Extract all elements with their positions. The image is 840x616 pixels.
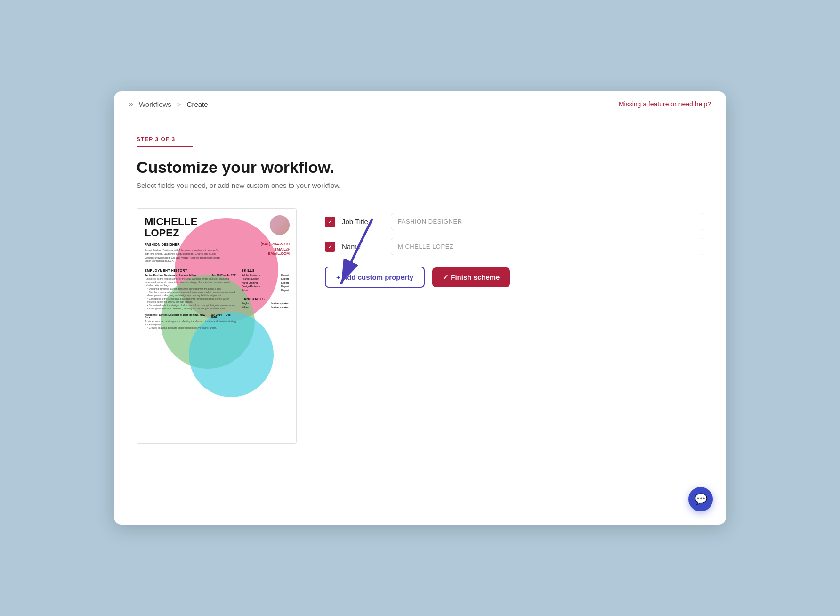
fields-panel: ✓ Job Title FASHION DESIGNER ✓ Name MICH… (325, 208, 703, 288)
resume-bio: Expert Fashion Designer with 11+ years' … (145, 249, 220, 263)
resume-preview: MICHELLE LOPEZ FASHION DESIGNER Expert F… (137, 208, 297, 444)
resume-job-1: Senior Fashion Designer at Escada, Milan… (145, 274, 237, 310)
resume-job-1-bullet-1: • Designed attractive fashion items that… (145, 287, 237, 291)
resume-phone: (541) 754-3010 (260, 242, 290, 246)
resume-skill-2: Fashion Design Expert (242, 277, 289, 280)
checkbox-job-title[interactable]: ✓ (325, 217, 335, 227)
resume-job-1-bullet-4: • Supervised technical designs of all pr… (145, 304, 237, 310)
checkmark-job-title: ✓ (328, 219, 333, 225)
resume-job-1-bullet-3: • Contributed to the conceptual developm… (145, 297, 237, 304)
resume-skill-3: Hand Drafting Expert (242, 281, 289, 284)
resume-skill-5: Fabric Expert (242, 289, 289, 292)
resume-skill-4: Design Patterns Expert (242, 285, 289, 288)
finish-scheme-button[interactable]: ✓ Finish scheme (432, 267, 510, 287)
resume-job-2-header: Associate Fashion Designer at Dior Homme… (145, 313, 237, 319)
chat-icon: 💬 (695, 493, 707, 505)
chat-bubble[interactable]: 💬 (688, 487, 713, 511)
resume-col-left: EMPLOYMENT HISTORY Senior Fashion Design… (145, 263, 237, 332)
resume-skills-title: SKILLS (242, 269, 289, 272)
resume-email: EMAIL@EMAIL.COM (260, 247, 290, 256)
resume-job-1-bullet-2: • Run the whole product design process, … (145, 291, 237, 297)
resume-job-2-desc: Produced commercial designs are reflecti… (145, 320, 237, 326)
page-subtitle: Select fields you need, or add new custo… (137, 181, 703, 189)
field-value-job-title: FASHION DESIGNER (391, 213, 703, 230)
step-label: STEP 3 OF 3 (137, 136, 703, 143)
resume-columns: EMPLOYMENT HISTORY Senior Fashion Design… (145, 263, 289, 332)
main-content: STEP 3 OF 3 Customize your workflow. Sel… (114, 117, 726, 525)
content-row: MICHELLE LOPEZ FASHION DESIGNER Expert F… (137, 208, 703, 444)
breadcrumb-workflows[interactable]: Workflows (139, 100, 171, 108)
field-label-job-title: Job Title (342, 218, 384, 226)
resume-lang-1: English Native speaker (242, 302, 289, 305)
expand-icon[interactable]: » (129, 100, 133, 108)
resume-lang-2: Italian Native speaker (242, 306, 289, 308)
breadcrumb-separator: > (177, 100, 181, 108)
resume-col-right: SKILLS Adobe Illustrator Expert Fashion … (242, 263, 289, 332)
resume-name: MICHELLE LOPEZ (145, 216, 289, 239)
step-underline (137, 146, 193, 147)
main-window: » Workflows > Create Missing a feature o… (114, 91, 726, 525)
field-row-name: ✓ Name MICHELLE LOPEZ (325, 238, 703, 255)
resume-inner: MICHELLE LOPEZ FASHION DESIGNER Expert F… (137, 209, 296, 340)
resume-job-1-desc: Functioned as the lead designer for the … (145, 277, 237, 287)
breadcrumb-create: Create (187, 100, 208, 108)
resume-job-2: Associate Fashion Designer at Dior Homme… (145, 313, 237, 330)
page-title: Customize your workflow. (137, 158, 703, 177)
resume-languages-title: LANGUAGES (242, 297, 289, 300)
checkmark-name: ✓ (328, 243, 333, 250)
resume-job-2-bullet-1: • Created seasonal products which focuse… (145, 326, 237, 330)
resume-skill-1: Adobe Illustrator Expert (242, 274, 289, 276)
resume-employment-title: EMPLOYMENT HISTORY (145, 269, 237, 272)
breadcrumb: » Workflows > Create (129, 100, 208, 108)
topnav: » Workflows > Create Missing a feature o… (114, 91, 726, 117)
buttons-row: + Add custom property ✓ Finish scheme (325, 267, 703, 288)
help-link[interactable]: Missing a feature or need help? (619, 100, 711, 108)
checkbox-name[interactable]: ✓ (325, 242, 335, 252)
resume-contact: (541) 754-3010 EMAIL@EMAIL.COM (260, 242, 290, 256)
resume-job-1-header: Senior Fashion Designer at Escada, Milan… (145, 274, 237, 276)
field-value-name: MICHELLE LOPEZ (391, 238, 703, 255)
add-custom-property-button[interactable]: + Add custom property (325, 267, 425, 288)
field-label-name: Name (342, 243, 384, 251)
field-row-job-title: ✓ Job Title FASHION DESIGNER (325, 213, 703, 230)
